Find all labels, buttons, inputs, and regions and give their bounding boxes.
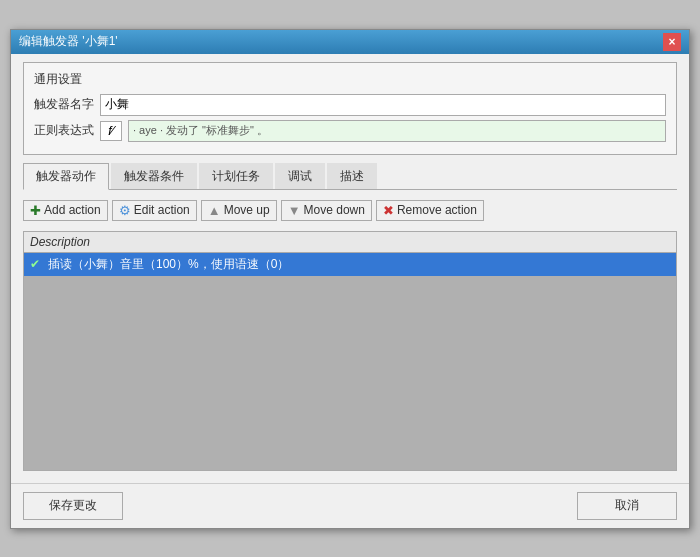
edit-action-label: Edit action — [134, 203, 190, 217]
tab-trigger-condition[interactable]: 触发器条件 — [111, 163, 197, 189]
edit-action-button[interactable]: ⚙ Edit action — [112, 200, 197, 221]
general-settings-section: 通用设置 触发器名字 正则表达式 f∕ · aye · 发动了 "标准舞步" 。 — [23, 62, 677, 155]
move-down-label: Move down — [304, 203, 365, 217]
row-description: 插读（小舞）音里（100）%，使用语速（0） — [48, 256, 289, 273]
table-row[interactable]: ✔ 插读（小舞）音里（100）%，使用语速（0） — [24, 253, 676, 276]
remove-action-label: Remove action — [397, 203, 477, 217]
table-header: Description — [24, 232, 676, 253]
dialog-body: 通用设置 触发器名字 正则表达式 f∕ · aye · 发动了 "标准舞步" 。… — [11, 54, 689, 479]
regex-value-text: · aye · 发动了 "标准舞步" 。 — [133, 123, 268, 138]
tab-scheduled-task[interactable]: 计划任务 — [199, 163, 273, 189]
save-button[interactable]: 保存更改 — [23, 492, 123, 520]
move-up-icon: ▲ — [208, 203, 221, 218]
add-action-button[interactable]: ✚ Add action — [23, 200, 108, 221]
add-icon: ✚ — [30, 203, 41, 218]
tab-debug[interactable]: 调试 — [275, 163, 325, 189]
main-dialog: 编辑触发器 '小舞1' × 通用设置 触发器名字 正则表达式 f∕ · aye … — [10, 29, 690, 529]
check-mark-icon: ✔ — [30, 257, 44, 271]
edit-icon: ⚙ — [119, 203, 131, 218]
dialog-title: 编辑触发器 '小舞1' — [19, 33, 118, 50]
actions-table: Description ✔ 插读（小舞）音里（100）%，使用语速（0） — [23, 231, 677, 471]
name-label: 触发器名字 — [34, 96, 94, 113]
regex-function-icon: f∕ — [108, 124, 113, 138]
actions-toolbar: ✚ Add action ⚙ Edit action ▲ Move up ▼ M… — [23, 196, 677, 225]
move-down-icon: ▼ — [288, 203, 301, 218]
close-button[interactable]: × — [663, 33, 681, 51]
tab-trigger-action[interactable]: 触发器动作 — [23, 163, 109, 190]
move-down-button[interactable]: ▼ Move down — [281, 200, 372, 221]
name-input[interactable] — [100, 94, 666, 116]
regex-function-button[interactable]: f∕ — [100, 121, 122, 141]
remove-action-button[interactable]: ✖ Remove action — [376, 200, 484, 221]
name-row: 触发器名字 — [34, 94, 666, 116]
move-up-button[interactable]: ▲ Move up — [201, 200, 277, 221]
title-bar: 编辑触发器 '小舞1' × — [11, 30, 689, 54]
move-up-label: Move up — [224, 203, 270, 217]
add-action-label: Add action — [44, 203, 101, 217]
regex-input-field[interactable]: · aye · 发动了 "标准舞步" 。 — [128, 120, 666, 142]
dialog-footer: 保存更改 取消 — [11, 483, 689, 528]
general-settings-title: 通用设置 — [34, 71, 666, 88]
tab-description[interactable]: 描述 — [327, 163, 377, 189]
cancel-button[interactable]: 取消 — [577, 492, 677, 520]
regex-label: 正则表达式 — [34, 122, 94, 139]
regex-row: 正则表达式 f∕ · aye · 发动了 "标准舞步" 。 — [34, 120, 666, 142]
remove-icon: ✖ — [383, 203, 394, 218]
tabs-container: 触发器动作 触发器条件 计划任务 调试 描述 — [23, 163, 677, 190]
